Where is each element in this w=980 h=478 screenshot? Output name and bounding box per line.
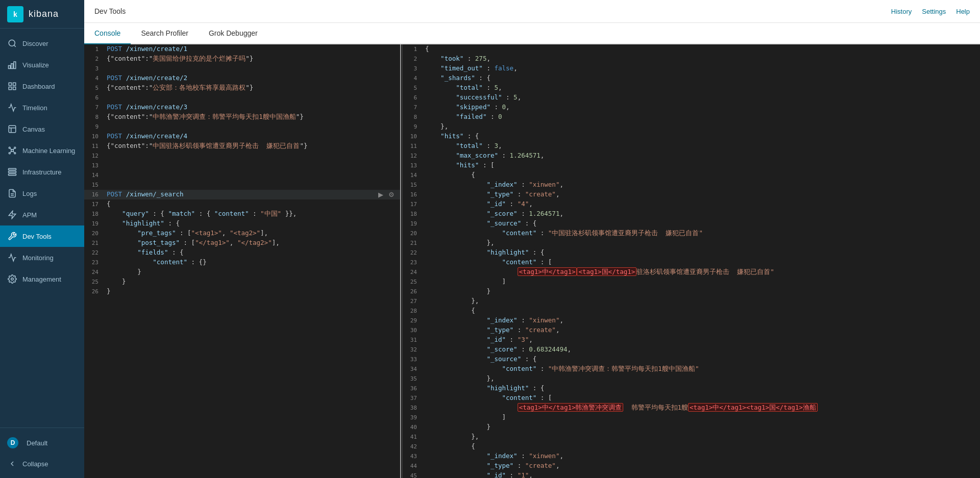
output-line-16: 16 "_type" : "create", bbox=[403, 190, 980, 199]
wrench-button[interactable]: ⚙ bbox=[387, 190, 396, 199]
output-line-1: 1 { bbox=[403, 44, 980, 54]
sidebar-item-machine-learning[interactable]: Machine Learning bbox=[0, 140, 84, 161]
editor-container: 1 POST /xinwen/create/1 2 {"content":"美国… bbox=[84, 44, 980, 478]
sidebar: k kibana Discover Visualize Dashboard T bbox=[0, 0, 84, 478]
output-line-26: 26 } bbox=[403, 287, 980, 296]
sidebar-item-canvas-label: Canvas bbox=[22, 125, 45, 133]
output-line-12: 12 "max_score" : 1.264571, bbox=[403, 151, 980, 161]
output-line-21: 21 }, bbox=[403, 238, 980, 248]
svg-point-13 bbox=[14, 153, 16, 154]
output-line-32: 32 "_score" : 0.68324494, bbox=[403, 345, 980, 355]
editor-line-12: 12 bbox=[84, 151, 400, 161]
logo[interactable]: k kibana bbox=[0, 0, 84, 29]
output-line-18: 18 "_score" : 1.264571, bbox=[403, 209, 980, 219]
sidebar-item-visualize[interactable]: Visualize bbox=[0, 54, 84, 76]
output-line-11: 11 "total" : 3, bbox=[403, 141, 980, 151]
editor-line-25: 25 } bbox=[84, 277, 400, 287]
run-button[interactable]: ▶ bbox=[377, 190, 385, 199]
editor-line-8: 8 {"content":"中韩渔警冲突调查：韩警平均每天扣1艘中国渔船"} bbox=[84, 112, 400, 122]
svg-point-12 bbox=[9, 153, 10, 154]
output-line-25: 25 ] bbox=[403, 277, 980, 287]
svg-rect-3 bbox=[14, 62, 16, 69]
sidebar-item-dashboard[interactable]: Dashboard bbox=[0, 76, 84, 97]
page-title: Dev Tools bbox=[94, 7, 126, 15]
sidebar-bottom: D Default Collapse bbox=[0, 427, 84, 478]
tab-console[interactable]: Console bbox=[84, 23, 131, 44]
editor-line-22: 22 "fields" : { bbox=[84, 248, 400, 258]
editor-line-3: 3 bbox=[84, 64, 400, 73]
sidebar-item-canvas[interactable]: Canvas bbox=[0, 118, 84, 140]
output-line-29: 29 "_index" : "xinwen", bbox=[403, 316, 980, 325]
help-link[interactable]: Help bbox=[956, 8, 970, 15]
sidebar-item-apm[interactable]: APM bbox=[0, 204, 84, 225]
editor-line-1: 1 POST /xinwen/create/1 bbox=[84, 44, 400, 54]
history-link[interactable]: History bbox=[891, 8, 912, 15]
editor-line-15: 15 bbox=[84, 180, 400, 190]
timelion-icon bbox=[7, 103, 17, 113]
editor-line-26: 26 } bbox=[84, 287, 400, 296]
collapse-label: Collapse bbox=[22, 460, 48, 468]
apm-icon bbox=[7, 210, 17, 220]
right-output-pane[interactable]: 1 { 2 "took" : 275, 3 "timed_out" : fals… bbox=[403, 44, 980, 478]
output-line-23: 23 "content" : [ bbox=[403, 258, 980, 267]
user-label: Default bbox=[27, 439, 47, 447]
svg-rect-14 bbox=[9, 168, 16, 170]
output-line-40: 40 } bbox=[403, 422, 980, 432]
main-content: Dev Tools History Settings Help Console … bbox=[84, 0, 980, 478]
output-line-22: 22 "highlight" : { bbox=[403, 248, 980, 258]
editor-line-11: 11 {"content":"中国驻洛杉矶领事馆遭亚裔男子枪击 嫌犯已自首"} bbox=[84, 141, 400, 151]
svg-rect-16 bbox=[9, 174, 16, 175]
output-line-15: 15 "_index" : "xinwen", bbox=[403, 180, 980, 190]
svg-rect-6 bbox=[9, 87, 11, 90]
output-line-37: 37 "content" : [ bbox=[403, 393, 980, 403]
left-editor-pane[interactable]: 1 POST /xinwen/create/1 2 {"content":"美国… bbox=[84, 44, 401, 478]
sidebar-item-timelion[interactable]: Timelion bbox=[0, 97, 84, 118]
editor-line-4: 4 POST /xinwen/create/2 bbox=[84, 73, 400, 83]
editor-line-17: 17 { bbox=[84, 199, 400, 209]
svg-point-20 bbox=[11, 278, 14, 281]
editor-line-6: 6 bbox=[84, 93, 400, 103]
editor-line-21: 21 "post_tags" : ["</tag1>", "</tag2>"], bbox=[84, 238, 400, 248]
sidebar-item-dev-tools[interactable]: Dev Tools bbox=[0, 225, 84, 247]
logo-text: kibana bbox=[29, 9, 59, 19]
output-line-24: 24 <tag1>中</tag1><tag1>国</tag1>驻洛杉矶领事馆遭亚… bbox=[403, 267, 980, 277]
output-line-19: 19 "_source" : { bbox=[403, 219, 980, 229]
output-line-27: 27 }, bbox=[403, 296, 980, 306]
output-line-14: 14 { bbox=[403, 170, 980, 180]
machine-learning-icon bbox=[7, 145, 17, 156]
svg-marker-19 bbox=[9, 211, 16, 219]
sidebar-item-apm-label: APM bbox=[22, 211, 37, 219]
settings-link[interactable]: Settings bbox=[922, 8, 946, 15]
sidebar-item-monitoring-label: Monitoring bbox=[22, 254, 54, 262]
sidebar-collapse[interactable]: Collapse bbox=[0, 454, 84, 474]
sidebar-item-monitoring[interactable]: Monitoring bbox=[0, 247, 84, 268]
output-line-7: 7 "skipped" : 0, bbox=[403, 103, 980, 112]
output-line-43: 43 "_index" : "xinwen", bbox=[403, 451, 980, 461]
sidebar-item-logs[interactable]: Logs bbox=[0, 183, 84, 204]
dev-tools-icon bbox=[7, 231, 17, 241]
sidebar-item-infrastructure[interactable]: Infrastructure bbox=[0, 161, 84, 183]
sidebar-item-visualize-label: Visualize bbox=[22, 61, 49, 69]
header-actions: History Settings Help bbox=[891, 8, 970, 15]
sidebar-item-infrastructure-label: Infrastructure bbox=[22, 168, 62, 176]
sidebar-nav: Discover Visualize Dashboard Timelion Ca… bbox=[0, 29, 84, 427]
tabs: Console Search Profiler Grok Debugger bbox=[84, 23, 980, 44]
editor-line-7: 7 POST /xinwen/create/3 bbox=[84, 103, 400, 112]
output-line-41: 41 }, bbox=[403, 432, 980, 442]
output-line-28: 28 { bbox=[403, 306, 980, 316]
infrastructure-icon bbox=[7, 167, 17, 177]
editor-line-5: 5 {"content":"公安部：各地校车将享最高路权"} bbox=[84, 83, 400, 93]
sidebar-default-user[interactable]: D Default bbox=[0, 432, 84, 454]
editor-line-23: 23 "content" : {} bbox=[84, 258, 400, 267]
tab-search-profiler[interactable]: Search Profiler bbox=[131, 23, 199, 44]
output-line-9: 9 }, bbox=[403, 122, 980, 132]
output-line-39: 39 ] bbox=[403, 413, 980, 422]
svg-rect-1 bbox=[9, 66, 11, 69]
sidebar-item-discover[interactable]: Discover bbox=[0, 33, 84, 54]
editor-line-10: 10 POST /xinwen/create/4 bbox=[84, 132, 400, 141]
svg-rect-4 bbox=[9, 83, 11, 85]
canvas-icon bbox=[7, 124, 17, 134]
tab-grok-debugger[interactable]: Grok Debugger bbox=[199, 23, 268, 44]
sidebar-item-discover-label: Discover bbox=[22, 40, 48, 47]
sidebar-item-management[interactable]: Management bbox=[0, 268, 84, 290]
